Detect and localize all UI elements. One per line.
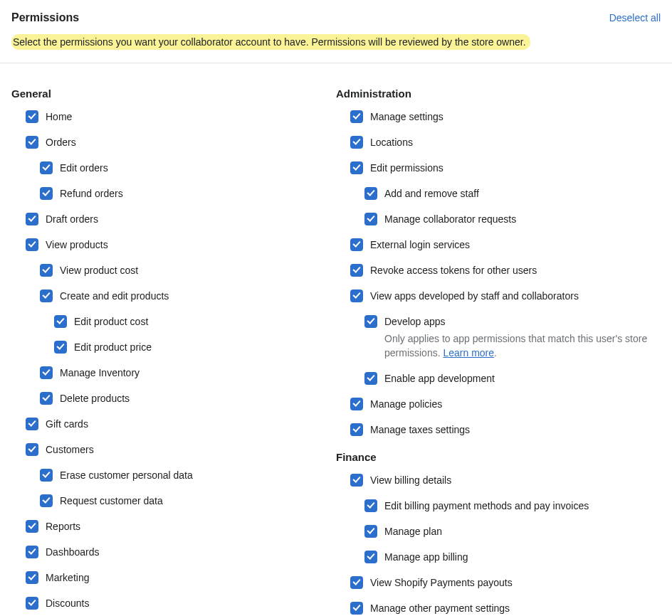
perm-edit-billing-methods[interactable]: Edit billing payment methods and pay inv… — [336, 499, 652, 513]
checkbox-icon[interactable] — [364, 213, 377, 225]
checkbox-icon[interactable] — [350, 110, 363, 123]
perm-draft-orders[interactable]: Draft orders — [11, 212, 327, 226]
checkbox-icon[interactable] — [40, 161, 53, 174]
checkbox-icon[interactable] — [40, 290, 53, 302]
checkbox-icon[interactable] — [26, 520, 38, 533]
perm-edit-product-price[interactable]: Edit product price — [11, 340, 327, 354]
perm-view-billing[interactable]: View billing details — [336, 473, 652, 487]
perm-label: Manage Inventory — [60, 366, 140, 380]
perm-label: External login services — [370, 238, 470, 252]
perm-manage-plan[interactable]: Manage plan — [336, 524, 652, 538]
perm-label: Manage plan — [384, 524, 442, 538]
checkbox-icon[interactable] — [364, 499, 377, 512]
checkbox-icon[interactable] — [350, 161, 363, 174]
perm-manage-settings[interactable]: Manage settings — [336, 110, 652, 124]
perm-label: Manage collaborator requests — [384, 212, 516, 226]
perm-edit-orders[interactable]: Edit orders — [11, 161, 327, 175]
checkbox-icon[interactable] — [26, 443, 38, 456]
checkbox-icon[interactable] — [54, 341, 67, 354]
perm-locations[interactable]: Locations — [336, 135, 652, 149]
section-title-administration: Administration — [336, 87, 652, 100]
checkbox-icon[interactable] — [350, 602, 363, 615]
perm-label: Manage other payment settings — [370, 601, 510, 615]
perm-develop-apps[interactable]: Develop apps Only applies to app permiss… — [336, 314, 652, 360]
perm-edit-product-cost[interactable]: Edit product cost — [11, 314, 327, 329]
checkbox-icon[interactable] — [26, 418, 38, 430]
checkbox-icon[interactable] — [350, 136, 363, 149]
checkbox-icon[interactable] — [40, 264, 53, 277]
checkbox-icon[interactable] — [26, 571, 38, 584]
checkbox-icon[interactable] — [364, 525, 377, 538]
perm-discounts[interactable]: Discounts — [11, 596, 327, 610]
checkbox-icon[interactable] — [364, 551, 377, 563]
perm-edit-permissions[interactable]: Edit permissions — [336, 161, 652, 175]
perm-manage-other-payment[interactable]: Manage other payment settings — [336, 601, 652, 615]
checkbox-icon[interactable] — [26, 238, 38, 251]
checkbox-icon[interactable] — [364, 187, 377, 200]
perm-request-customer-data[interactable]: Request customer data — [11, 494, 327, 508]
perm-marketing[interactable]: Marketing — [11, 570, 327, 585]
perm-label: Edit product cost — [74, 314, 148, 329]
perm-manage-taxes[interactable]: Manage taxes settings — [336, 423, 652, 437]
perm-home[interactable]: Home — [11, 110, 327, 124]
perm-reports[interactable]: Reports — [11, 519, 327, 533]
checkbox-icon[interactable] — [350, 398, 363, 410]
perm-manage-collab-requests[interactable]: Manage collaborator requests — [336, 212, 652, 226]
checkbox-icon[interactable] — [54, 315, 67, 328]
perm-view-payouts[interactable]: View Shopify Payments payouts — [336, 575, 652, 590]
perm-label: Create and edit products — [60, 289, 169, 303]
perm-label: Discounts — [46, 596, 89, 610]
checkbox-icon[interactable] — [350, 264, 363, 277]
permissions-header: Permissions Deselect all — [11, 11, 661, 24]
checkbox-icon[interactable] — [26, 110, 38, 123]
checkbox-icon[interactable] — [350, 290, 363, 302]
perm-external-login[interactable]: External login services — [336, 238, 652, 252]
perm-add-remove-staff[interactable]: Add and remove staff — [336, 186, 652, 201]
checkbox-icon[interactable] — [350, 238, 363, 251]
checkbox-icon[interactable] — [40, 187, 53, 200]
checkbox-icon[interactable] — [26, 597, 38, 610]
checkbox-icon[interactable] — [364, 315, 377, 328]
perm-gift-cards[interactable]: Gift cards — [11, 417, 327, 431]
checkbox-icon[interactable] — [364, 372, 377, 385]
administration-column: Administration Manage settings Locations… — [336, 87, 661, 616]
perm-view-apps-dev[interactable]: View apps developed by staff and collabo… — [336, 289, 652, 303]
permissions-note: Select the permissions you want your col… — [11, 34, 530, 50]
perm-erase-customer-data[interactable]: Erase customer personal data — [11, 468, 327, 482]
checkbox-icon[interactable] — [350, 474, 363, 487]
learn-more-link[interactable]: Learn more — [443, 347, 494, 359]
perm-enable-app-dev[interactable]: Enable app development — [336, 371, 652, 386]
perm-revoke-tokens[interactable]: Revoke access tokens for other users — [336, 263, 652, 277]
perm-label: Gift cards — [46, 417, 88, 431]
perm-label: Enable app development — [384, 371, 495, 386]
perm-label: Edit billing payment methods and pay inv… — [384, 499, 589, 513]
checkbox-icon[interactable] — [26, 546, 38, 558]
deselect-all-link[interactable]: Deselect all — [609, 12, 661, 23]
perm-manage-policies[interactable]: Manage policies — [336, 397, 652, 411]
checkbox-icon[interactable] — [40, 469, 53, 482]
perm-label: Edit orders — [60, 161, 108, 175]
perm-label: Revoke access tokens for other users — [370, 263, 537, 277]
perm-dashboards[interactable]: Dashboards — [11, 545, 327, 559]
checkbox-icon[interactable] — [26, 136, 38, 149]
perm-delete-products[interactable]: Delete products — [11, 391, 327, 405]
perm-label: Add and remove staff — [384, 186, 479, 201]
perm-manage-app-billing[interactable]: Manage app billing — [336, 550, 652, 564]
checkbox-icon[interactable] — [26, 213, 38, 225]
perm-view-products[interactable]: View products — [11, 238, 327, 252]
perm-orders[interactable]: Orders — [11, 135, 327, 149]
checkbox-icon[interactable] — [350, 576, 363, 589]
section-title-finance: Finance — [336, 451, 652, 463]
checkbox-icon[interactable] — [40, 392, 53, 405]
checkbox-icon[interactable] — [350, 423, 363, 436]
perm-refund-orders[interactable]: Refund orders — [11, 186, 327, 201]
perm-label: Orders — [46, 135, 76, 149]
perm-customers[interactable]: Customers — [11, 442, 327, 457]
perm-create-edit-products[interactable]: Create and edit products — [11, 289, 327, 303]
checkbox-icon[interactable] — [40, 494, 53, 507]
perm-label: Customers — [46, 442, 94, 457]
perm-view-product-cost[interactable]: View product cost — [11, 263, 327, 277]
checkbox-icon[interactable] — [40, 366, 53, 379]
perm-manage-inventory[interactable]: Manage Inventory — [11, 366, 327, 380]
perm-label: Reports — [46, 519, 80, 533]
